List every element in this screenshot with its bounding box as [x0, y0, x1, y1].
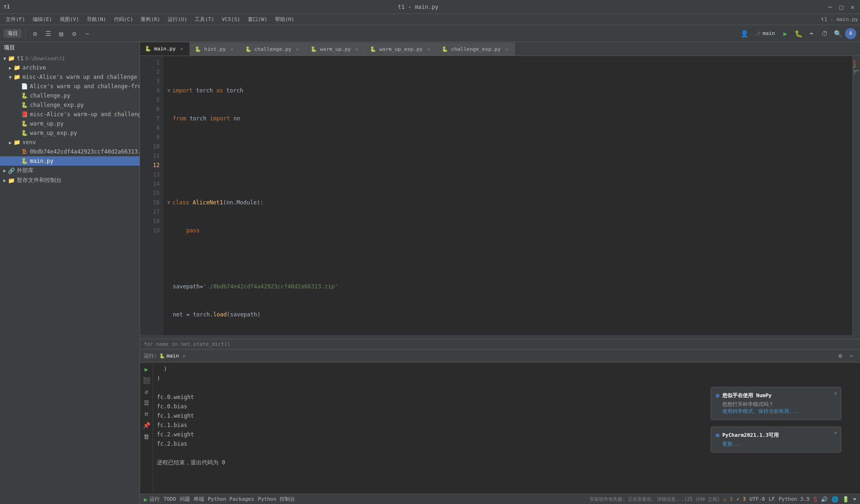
notif-header: PyCharm2021.1.3可用 — [716, 432, 836, 439]
run-config-btn[interactable]: ▶ — [780, 28, 791, 39]
sidebar-item-misc-folder[interactable]: ▼ 📁 misc-Alice's warm up and challenge — [0, 72, 140, 82]
tab-warm-up-py[interactable]: 🐍 warm_up.py ✕ — [306, 42, 365, 56]
sidebar-item-zip[interactable]: ▶ 🗜 0bdb74e42cdf4a42923ccf40d2a66313.zip — [0, 147, 140, 156]
run-tab-name[interactable]: 🐍 main ✕ — [159, 353, 188, 359]
run-play-btn[interactable]: ▶ — [142, 364, 151, 374]
terminal-label[interactable]: 终端 — [194, 496, 204, 503]
toolbar-settings-icon[interactable]: ⚙ — [29, 28, 41, 39]
run-pin-btn[interactable]: 📌 — [142, 420, 151, 430]
toolbar-gear-icon[interactable]: ⚙ — [69, 28, 80, 39]
menu-nav[interactable]: 导航(N) — [83, 15, 110, 24]
sidebar-item-scratch[interactable]: ▶ 📁 暂存文件和控制台 — [0, 175, 140, 185]
right-scrollbar[interactable]: △ 3 ✓ 3 — [853, 56, 860, 335]
notif-update-link[interactable]: 更新... — [722, 441, 742, 447]
sougou-icon: S — [813, 496, 817, 503]
sidebar-item-pdf[interactable]: ▶ 📕 misc-Alice's warm-up and challenge1.… — [0, 110, 140, 119]
code-lines[interactable]: ▼ import torch as torch from torch impor… — [163, 56, 853, 335]
notif-science-link[interactable]: 使用科学模式、保持当前布局... — [722, 408, 798, 414]
maximize-btn[interactable]: □ — [838, 3, 845, 11]
run-trash-btn[interactable]: 🗑 — [142, 432, 151, 441]
menu-edit[interactable]: 编辑(E) — [29, 15, 56, 24]
output-line: 进程已结束，退出代码为 0 — [157, 458, 856, 467]
run-rerun-btn[interactable]: ↺ — [142, 387, 151, 396]
menu-view[interactable]: 视图(V) — [56, 15, 83, 24]
minimize-btn[interactable]: ─ — [826, 3, 834, 11]
warnings-badge[interactable]: ✓ 3 — [736, 496, 746, 502]
run-filter-btn[interactable]: ☰ — [142, 398, 151, 407]
tab-close-icon[interactable]: ✕ — [178, 45, 185, 52]
output-line: ) — [157, 364, 856, 374]
profile-btn[interactable]: ⏱ — [819, 28, 830, 39]
sidebar-item-label: main.py — [30, 158, 54, 164]
sidebar-item-warm-up-exp-py[interactable]: ▶ 🐍 warm_up_exp.py — [0, 128, 140, 138]
search-icon[interactable]: 🔍 — [832, 28, 843, 39]
tab-close-icon[interactable]: ✕ — [353, 46, 360, 52]
run-stop-btn[interactable]: ⬛ — [142, 376, 151, 385]
line-num-17: 17 — [140, 207, 160, 217]
line-num-2: 2 — [140, 67, 160, 77]
tab-hint-py[interactable]: 🐍 hint.py ✕ — [190, 42, 240, 56]
toolbar-collapse-icon[interactable]: − — [82, 28, 93, 39]
sidebar-item-venv[interactable]: ▶ 📁 venv — [0, 138, 140, 147]
menu-refactor[interactable]: 重构(R) — [137, 15, 164, 24]
menu-tools[interactable]: 工具(T) — [191, 15, 218, 24]
tab-warm-up-exp-py[interactable]: 🐍 warm_up_exp.py ✕ — [365, 42, 437, 56]
tab-close-icon[interactable]: ✕ — [425, 46, 432, 52]
menu-help[interactable]: 帮助(H) — [271, 15, 298, 24]
sidebar-item-warm-up-py[interactable]: ▶ 🐍 warm_up.py — [0, 119, 140, 128]
tab-close-icon[interactable]: ✕ — [229, 46, 235, 52]
run-wrap-btn[interactable]: ⤲ — [142, 409, 151, 419]
run-status-icon: ▶ — [144, 496, 148, 503]
close-btn[interactable]: ✕ — [849, 3, 856, 11]
sidebar-item-challenge-py[interactable]: ▶ 🐍 challenge.py — [0, 91, 140, 100]
tab-close-icon[interactable]: ✕ — [503, 46, 510, 52]
notif-close-icon[interactable]: ✕ — [834, 390, 837, 396]
python-console-label[interactable]: Python 控制台 — [258, 496, 295, 503]
line-num-5: 5 — [140, 95, 160, 105]
tab-challenge-py[interactable]: 🐍 challenge.py ✕ — [240, 42, 306, 56]
menu-file[interactable]: 文件(F) — [2, 15, 29, 24]
line-ending-label[interactable]: LF — [768, 496, 775, 502]
sidebar-item-alice-warmup[interactable]: ▶ 📄 Alice's warm up and challenge-from D… — [0, 82, 140, 91]
menu-code[interactable]: 代码(C) — [110, 15, 137, 24]
sidebar-item-archive[interactable]: ▶ 📁 archive — [0, 63, 140, 72]
python-version-label[interactable]: Python 3.9 — [779, 496, 810, 502]
tab-challenge-exp-py[interactable]: 🐍 challenge_exp.py ✕ — [437, 42, 515, 56]
toolbar-columns-icon[interactable]: ▤ — [56, 28, 67, 39]
sidebar-item-label: 0bdb74e42cdf4a42923ccf40d2a66313.zip — [30, 148, 140, 155]
sidebar-item-challenge-exp-py[interactable]: ▶ 🐍 challenge_exp.py — [0, 100, 140, 110]
coverage-btn[interactable]: ☂ — [806, 28, 817, 39]
zip-icon: 🗜 — [21, 148, 28, 155]
python-packages-label[interactable]: Python Packages — [208, 496, 254, 502]
notif-close-icon[interactable]: ✕ — [834, 430, 837, 436]
py-icon: 🐍 — [21, 101, 28, 109]
toolbar-list-icon[interactable]: ☰ — [42, 28, 54, 39]
sidebar-item-external-libs[interactable]: ▶ 🔗 外部库 — [0, 166, 140, 175]
menu-vcs[interactable]: VCS(S) — [218, 15, 244, 23]
tab-main-py[interactable]: 🐍 main.py ✕ — [140, 42, 190, 56]
close-panel-icon[interactable]: − — [847, 351, 856, 361]
horizontal-scrollbar[interactable] — [140, 335, 860, 339]
todo-label[interactable]: TODO — [163, 496, 176, 502]
user-icon[interactable]: 👤 — [739, 28, 750, 39]
settings-icon[interactable]: ⚙ — [836, 351, 845, 361]
branch-main-label[interactable]: ⎇ main — [752, 29, 778, 37]
menu-run[interactable]: 运行(U) — [164, 15, 191, 24]
sidebar-item-main-py[interactable]: ▶ 🐍 main.py — [0, 156, 140, 166]
project-tab[interactable]: 项目 — [4, 29, 21, 38]
problems-label[interactable]: 问题 — [180, 496, 190, 503]
tab-close-icon[interactable]: ✕ — [181, 353, 187, 359]
avatar-icon[interactable]: A — [845, 28, 856, 39]
run-status[interactable]: ▶ 运行 — [144, 496, 160, 503]
folder-icon: 📁 — [7, 177, 15, 184]
sidebar-item-label: venv — [22, 139, 36, 146]
tab-close-icon[interactable]: ✕ — [294, 46, 301, 52]
scroll-thumb[interactable] — [853, 70, 859, 71]
sidebar-item-root[interactable]: ▼ 📁 t1 D:\Download\t1 — [0, 54, 140, 63]
encoding-label[interactable]: UTF-8 — [749, 496, 765, 502]
debug-btn[interactable]: 🐛 — [793, 28, 804, 39]
errors-badge[interactable]: △ 3 — [724, 496, 733, 502]
line-num-3: 3 — [140, 77, 160, 86]
fold-marker: ▼ — [167, 198, 170, 207]
menu-window[interactable]: 窗口(W) — [244, 15, 271, 24]
